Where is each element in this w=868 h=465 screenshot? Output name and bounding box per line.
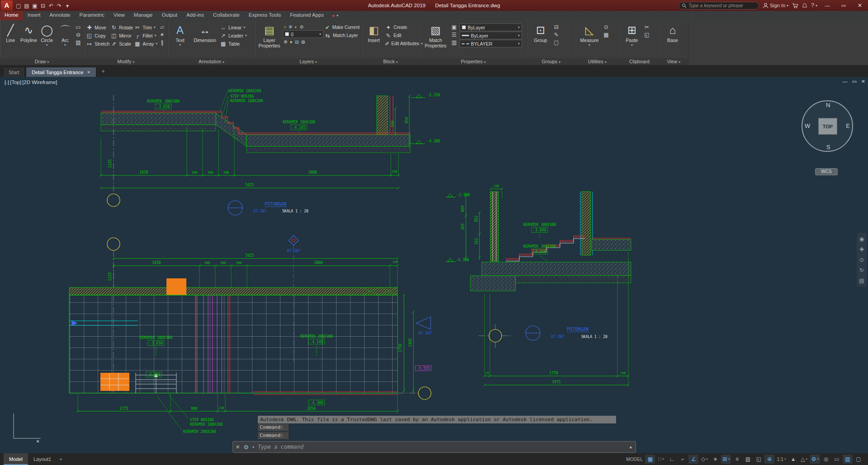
layer-freeze-icon[interactable]: ✻ — [289, 24, 292, 29]
help-search-box[interactable] — [678, 2, 759, 9]
wcs-badge[interactable]: WCS — [815, 168, 838, 175]
notifications-button[interactable] — [802, 3, 807, 9]
viewport-close-icon[interactable]: ✕ — [861, 79, 865, 85]
copy-clip-icon[interactable]: ◱ — [643, 32, 650, 38]
undo-icon[interactable]: ↶ — [47, 3, 55, 9]
annotation-monitor-toggle[interactable]: ◎ — [821, 455, 831, 464]
object-snap-toggle[interactable]: ⊞▾ — [721, 455, 731, 464]
open-file-icon[interactable]: ▤ — [23, 3, 31, 9]
close-tab-icon[interactable]: ✕ — [87, 70, 90, 75]
mirror-button[interactable]: ◫Mirror — [110, 32, 133, 39]
viewport-minimize-icon[interactable]: — — [842, 79, 847, 85]
properties-list-icon[interactable]: ☰ — [451, 32, 458, 38]
rectangle-tool-icon[interactable]: ▭ — [75, 24, 82, 30]
stretch-button[interactable]: ↦Stretch — [86, 40, 109, 47]
grid-display-toggle[interactable]: ▦ — [645, 455, 655, 464]
file-tab-detail-tangga-entrance[interactable]: Detail Tangga Entrance✕ — [26, 67, 96, 77]
panel-label-annotation[interactable]: Annotation▾ — [168, 58, 255, 65]
help-button[interactable]: ? ▾ — [811, 2, 817, 9]
layer-unisolate-icon[interactable]: ⊕ — [284, 39, 287, 44]
object-snap-tracking-toggle[interactable]: ∗ — [710, 455, 720, 464]
isometric-drafting-toggle[interactable]: ◇▾ — [699, 455, 709, 464]
offset-icon[interactable]: ∥ — [158, 39, 166, 46]
compass-north[interactable]: N — [826, 102, 830, 108]
base-view-button[interactable]: ⌂ Base — [661, 22, 684, 58]
infer-constraints-toggle[interactable]: ∟ — [667, 455, 677, 464]
erase-icon[interactable]: ▱ — [158, 24, 166, 30]
autocad-logo-icon[interactable]: A — [1, 0, 13, 10]
maximize-button[interactable]: ▭ — [837, 3, 850, 9]
panel-label-draw[interactable]: Draw▾ — [0, 58, 84, 65]
annotation-autoscale-toggle[interactable]: △▾ — [799, 455, 809, 464]
add-layout-button[interactable]: + — [57, 453, 65, 465]
viewport-restore-icon[interactable]: ▭ — [852, 79, 856, 85]
command-input[interactable] — [258, 444, 625, 450]
redo-icon[interactable]: ↷ — [55, 3, 63, 9]
object-color-icon[interactable]: ▣ — [451, 24, 458, 30]
navigation-wheel-icon[interactable]: ◉ — [859, 236, 864, 242]
viewport-view-menu[interactable]: [Top] — [10, 80, 21, 85]
command-line[interactable]: ✕ ⚙ ▾ ▲ — [232, 441, 636, 453]
panel-label-modify[interactable]: Modify▾ — [84, 58, 168, 65]
lineweight-display-toggle[interactable]: ≡ — [732, 455, 742, 464]
layout-tab-layout1[interactable]: Layout1 — [28, 453, 57, 465]
polar-tracking-toggle[interactable]: ∠ — [688, 455, 698, 464]
ribbon-tab-collaborate[interactable]: Collaborate — [209, 11, 244, 20]
fillet-button[interactable]: ╭Fillet▾ — [134, 32, 157, 39]
edit-block-button[interactable]: ✎Edit — [385, 32, 417, 39]
qat-customize-icon[interactable]: ▾ — [63, 3, 71, 9]
layer-walk-icon[interactable]: ▤ — [294, 39, 299, 44]
command-customize-icon[interactable]: ⚙ — [243, 444, 249, 451]
compass-east[interactable]: E — [846, 122, 850, 129]
match-properties-button[interactable]: ▧ Match Properties — [422, 22, 450, 58]
model-space-toggle-toggle[interactable]: MODEL — [625, 455, 644, 464]
compass-south[interactable]: S — [826, 144, 830, 150]
file-tab-start[interactable]: Start — [3, 67, 25, 77]
ortho-mode-toggle[interactable]: ⌐ — [678, 455, 688, 464]
panel-label-clipboard[interactable]: Clipboard — [620, 58, 659, 65]
annotation-scale-toggle[interactable]: 1:1▾ — [775, 455, 787, 464]
quick-properties-toggle[interactable]: ▭ — [832, 455, 842, 464]
new-tab-button[interactable]: + — [99, 67, 107, 75]
explode-icon[interactable]: ✶ — [158, 32, 166, 38]
edit-attributes-button[interactable]: ✐Edit Attributes▾ — [385, 40, 417, 47]
viewport-controls-menu[interactable]: [-] — [5, 80, 9, 85]
showmotion-icon[interactable]: ▤ — [859, 277, 864, 284]
panel-label-properties[interactable]: Properties▾ — [420, 58, 527, 65]
quick-calc-icon[interactable]: ▦ — [602, 32, 610, 38]
insert-block-button[interactable]: ◧ Insert — [364, 22, 384, 58]
command-expand-icon[interactable]: ▲ — [629, 445, 633, 449]
snap-mode-toggle[interactable]: ∷▾ — [656, 455, 666, 464]
panel-label-groups[interactable]: Groups▾ — [527, 58, 575, 65]
group-selection-icon[interactable]: ▢ — [553, 39, 560, 46]
layer-off-icon[interactable]: ○ — [284, 24, 286, 29]
command-close-icon[interactable]: ✕ — [236, 444, 240, 450]
compass-west[interactable]: W — [805, 122, 810, 129]
dimension-button[interactable]: ↔ Dimension — [191, 22, 219, 58]
transparency-toggle[interactable]: ▨ — [743, 455, 753, 464]
ribbon-tab-featured-apps[interactable]: Featured Apps — [285, 11, 328, 20]
save-icon[interactable]: ▣ — [31, 3, 39, 9]
ribbon-tab-parametric[interactable]: Parametric — [75, 11, 109, 20]
trim-button[interactable]: ✂Trim▾ — [134, 23, 157, 31]
sign-in-button[interactable]: Sign In ▾ — [763, 3, 788, 9]
leader-button[interactable]: ↗Leader▾ — [220, 32, 247, 39]
group-button[interactable]: ⊡ Group — [529, 22, 552, 58]
polyline-button[interactable]: ∿ Polyline — [20, 22, 37, 58]
id-point-icon[interactable]: ⊙ — [602, 24, 610, 30]
dynamic-input-toggle[interactable]: ⊕ — [764, 455, 774, 464]
ribbon-tab-annotate[interactable]: Annotate — [45, 11, 75, 20]
app-store-button[interactable] — [792, 3, 798, 9]
orbit-icon[interactable]: ↻ — [859, 267, 864, 273]
pan-icon[interactable]: ✚ — [859, 246, 864, 253]
measure-button[interactable]: ◺ Measure ▾ — [577, 22, 602, 58]
ungroup-icon[interactable]: ⊟ — [553, 24, 560, 30]
layer-lock-icon[interactable]: ◐ — [294, 24, 297, 29]
navigation-compass[interactable]: N S W E TOP — [802, 100, 853, 152]
zoom-icon[interactable]: ⊙ — [859, 257, 864, 263]
properties-palette-icon[interactable]: ▥ — [451, 39, 458, 46]
layer-on-icon[interactable]: ● — [289, 39, 292, 44]
layer-dropdown[interactable]: 0 ▾ — [283, 30, 323, 38]
create-block-button[interactable]: ✦Create — [385, 23, 417, 31]
close-button[interactable]: ✕ — [854, 2, 866, 9]
